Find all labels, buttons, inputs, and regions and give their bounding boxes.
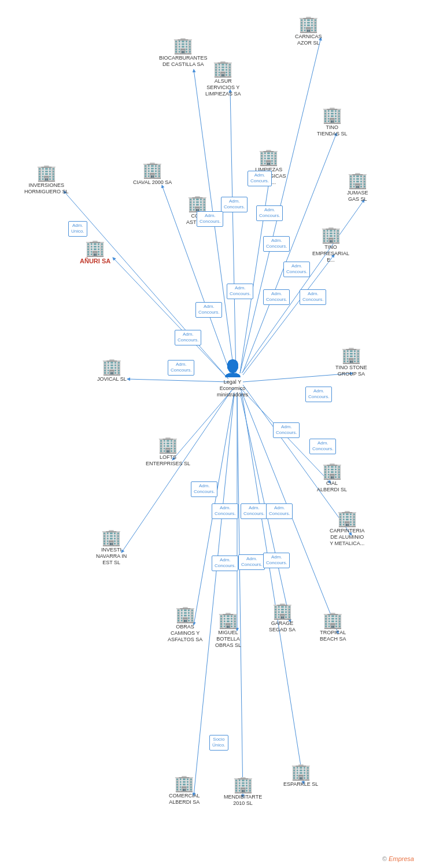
person-icon-central: 👤 bbox=[223, 359, 243, 378]
badge-socio: SocioÚnico. bbox=[209, 735, 228, 751]
building-icon-garageSegad: 🏢 bbox=[272, 603, 293, 619]
badge-6: Adm.Concours. bbox=[283, 262, 310, 277]
label-investiNavarra: INVESTI NAVARRA IN EST SL bbox=[96, 547, 127, 565]
badge-20: Adm.Concours. bbox=[212, 556, 238, 571]
badge-19: Adm.Concours. bbox=[266, 503, 293, 519]
label-añuri: AÑURI SA bbox=[80, 258, 110, 265]
building-icon-jumasGas: 🏢 bbox=[348, 172, 368, 189]
label-ciaval: CIAVAL 2000 SA bbox=[133, 179, 172, 186]
building-icon-comercialAlberdi: 🏢 bbox=[174, 775, 194, 792]
svg-line-9 bbox=[127, 379, 228, 382]
label-jumasGas: JUMASE GAS SL bbox=[347, 190, 368, 203]
node-comercialAlberdi: 🏢 COMERCIAL ALBERDI SA bbox=[169, 775, 200, 806]
badge-9: Adm.Concours. bbox=[227, 284, 253, 299]
label-carpinteria: CARPINTERIA DE ALUMINIO Y METALICA... bbox=[330, 528, 365, 546]
watermark: © Empresa bbox=[382, 855, 414, 862]
badge-11: Adm.Concours. bbox=[175, 330, 201, 345]
badge-5: Adm.Concours. bbox=[263, 236, 290, 252]
label-esparkle: ESPARKLE SL bbox=[283, 781, 318, 788]
node-biocarburantes: 🏢 BIOCARBURANTES DE CASTILLA SA bbox=[159, 38, 208, 68]
label-jovical: JOVICAL SL bbox=[97, 376, 127, 382]
building-icon-lofts: 🏢 bbox=[158, 437, 178, 453]
svg-line-18 bbox=[237, 393, 243, 797]
label-garageSegad: GARAGE SEGAD SA bbox=[269, 620, 296, 633]
badge-1: Adm.Concurs. bbox=[248, 171, 272, 186]
label-central: Legal Y Economico ministradores bbox=[217, 379, 248, 398]
node-mendibitarte: 🏢 MENDIBITARTE 2010 SL bbox=[224, 777, 262, 807]
node-esparkle: 🏢 ESPARKLE SL bbox=[283, 764, 318, 788]
building-icon-alsur: 🏢 bbox=[213, 61, 233, 77]
building-icon-ciaval: 🏢 bbox=[142, 162, 163, 178]
node-lofts: 🏢 LOFTS ENTERPRISES SL bbox=[146, 437, 190, 467]
building-icon-carnicas: 🏢 bbox=[298, 16, 319, 32]
node-alsur: 🏢 ALSUR SERVICIOS Y LIMPIEZAS SA bbox=[205, 61, 241, 97]
node-garageSegad: 🏢 GARAGE SEGAD SA bbox=[269, 603, 296, 633]
badge-10: Adm.Concours. bbox=[195, 302, 222, 318]
node-tropicalBeach: 🏢 TROPICAL BEACH SA bbox=[320, 612, 346, 642]
building-icon-limpiezas: 🏢 bbox=[258, 149, 279, 165]
badge-12: Adm.Concours. bbox=[168, 360, 194, 376]
label-lofts: LOFTS ENTERPRISES SL bbox=[146, 454, 190, 467]
badge-2: Adm.Concours. bbox=[221, 197, 248, 212]
node-inversiones: 🏢 INVERSIONES HORMIGUERO SL bbox=[24, 165, 69, 195]
building-icon-biocarburantes: 🏢 bbox=[173, 38, 193, 54]
building-icon-tinoStone: 🏢 bbox=[341, 347, 361, 363]
building-icon-miguelBotella: 🏢 bbox=[218, 612, 238, 628]
building-icon-esparkle: 🏢 bbox=[291, 764, 311, 780]
badge-8: Adm.Concours. bbox=[263, 289, 290, 305]
diagram: 🏢 CARNICAS AZOR SL 🏢 BIOCARBURANTES DE C… bbox=[0, 0, 421, 868]
badge-17: Adm.Concours. bbox=[212, 503, 238, 519]
building-icon-tinoEmpresarial: 🏢 bbox=[321, 227, 341, 243]
svg-line-2 bbox=[230, 90, 236, 375]
node-obras: 🏢 OBRAS CAMINOS Y ASFALTOS SA bbox=[168, 606, 202, 642]
building-icon-investiNavarra: 🏢 bbox=[101, 529, 121, 546]
label-comercialAlberdi: COMERCIAL ALBERDI SA bbox=[169, 793, 200, 806]
label-carnicas: CARNICAS AZOR SL bbox=[295, 34, 322, 46]
badge-4: Adm.Concours. bbox=[256, 205, 283, 221]
label-tinoStone: TINO STONE GROUP SA bbox=[335, 365, 367, 377]
building-icon-obras: 🏢 bbox=[175, 606, 195, 623]
building-icon-cialAlberdi: 🏢 bbox=[322, 463, 342, 479]
badge-16: Adm.Concours. bbox=[191, 481, 217, 497]
node-central: 👤 Legal Y Economico ministradores bbox=[217, 359, 248, 398]
label-inversiones: INVERSIONES HORMIGUERO SL bbox=[24, 182, 69, 195]
node-tinoEmpresarial: 🏢 TINO EMPRESARIAL E... bbox=[312, 227, 349, 263]
badge-14: Adm.Concours. bbox=[273, 422, 300, 438]
building-icon-mendibitarte: 🏢 bbox=[233, 777, 253, 793]
label-mendibitarte: MENDIBITARTE 2010 SL bbox=[224, 794, 262, 807]
building-icon-inversiones: 🏢 bbox=[36, 165, 57, 181]
node-añuri: 🏢 AÑURI SA bbox=[80, 240, 110, 265]
badge-13: Adm.Concours. bbox=[305, 387, 332, 402]
badge-18: Adm.Concours. bbox=[241, 503, 267, 519]
label-miguelBotella: MIGUEL BOTELLA OBRAS SL bbox=[215, 630, 241, 648]
node-ciaval: 🏢 CIAVAL 2000 SA bbox=[133, 162, 172, 186]
building-icon-tinoTiendas: 🏢 bbox=[322, 107, 342, 123]
node-carpinteria: 🏢 CARPINTERIA DE ALUMINIO Y METALICA... bbox=[330, 510, 365, 546]
label-cialAlberdi: CIAL ALBERDI SL bbox=[317, 480, 347, 493]
label-tinoTiendas: TINO TIENDAS SL bbox=[317, 124, 348, 137]
building-icon-coAstur: 🏢 bbox=[187, 196, 208, 212]
label-obras: OBRAS CAMINOS Y ASFALTOS SA bbox=[168, 624, 202, 642]
badge-15: Adm.Concours. bbox=[309, 439, 336, 454]
node-tinoTiendas: 🏢 TINO TIENDAS SL bbox=[317, 107, 348, 137]
svg-line-13 bbox=[121, 391, 231, 553]
building-icon-jovical: 🏢 bbox=[102, 359, 122, 375]
building-icon-carpinteria: 🏢 bbox=[337, 510, 357, 527]
node-investiNavarra: 🏢 INVESTI NAVARRA IN EST SL bbox=[96, 529, 127, 565]
label-alsur: ALSUR SERVICIOS Y LIMPIEZAS SA bbox=[205, 78, 241, 97]
badge-adm-unico: Adm.Unico. bbox=[68, 221, 87, 237]
badge-3: Adm.Concours. bbox=[197, 211, 223, 227]
label-tropicalBeach: TROPICAL BEACH SA bbox=[320, 630, 346, 642]
badge-21: Adm.Concours. bbox=[238, 554, 265, 570]
node-jumasGas: 🏢 JUMASE GAS SL bbox=[347, 172, 368, 203]
node-tinoStone: 🏢 TINO STONE GROUP SA bbox=[335, 347, 367, 377]
node-carnicas: 🏢 CARNICAS AZOR SL bbox=[295, 16, 322, 46]
badge-22: Adm.Concours. bbox=[263, 553, 290, 568]
building-icon-añuri: 🏢 bbox=[85, 240, 105, 256]
label-biocarburantes: BIOCARBURANTES DE CASTILLA SA bbox=[159, 55, 208, 68]
badge-7: Adm.Concours. bbox=[300, 289, 326, 305]
label-tinoEmpresarial: TINO EMPRESARIAL E... bbox=[312, 244, 349, 263]
building-icon-tropicalBeach: 🏢 bbox=[323, 612, 343, 628]
watermark-brand: Empresa bbox=[389, 855, 414, 862]
node-cialAlberdi: 🏢 CIAL ALBERDI SL bbox=[317, 463, 347, 493]
